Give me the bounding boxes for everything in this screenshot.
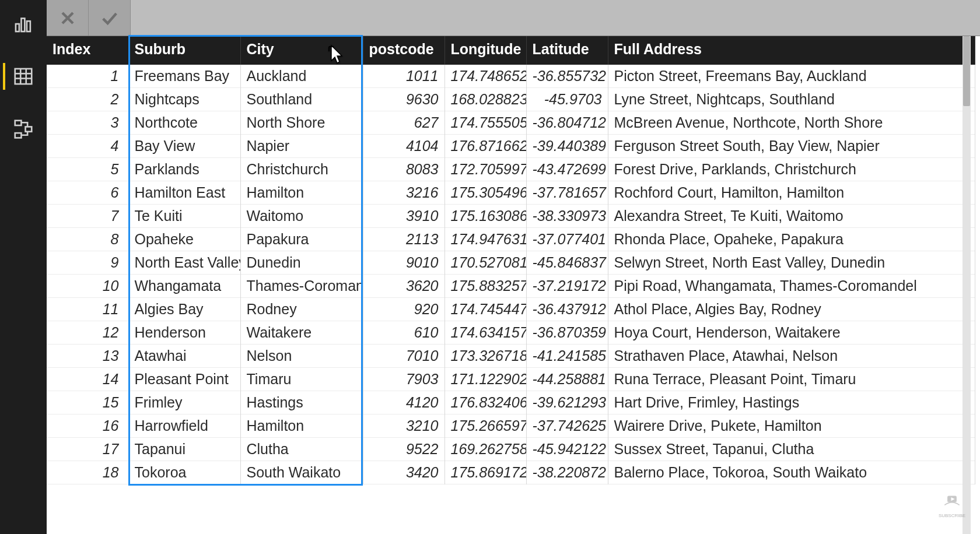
cell-suburb[interactable]: Atawhai xyxy=(128,345,240,368)
cell-lat[interactable]: -45.942122 xyxy=(526,438,608,461)
cell-city[interactable]: Hamilton xyxy=(240,414,363,438)
cell-suburb[interactable]: Northcote xyxy=(128,111,240,135)
cell-lat[interactable]: -36.870359 xyxy=(526,321,608,345)
cell-postcode[interactable]: 1011 xyxy=(363,65,444,88)
model-view-button[interactable] xyxy=(3,111,44,147)
cell-postcode[interactable]: 3216 xyxy=(363,181,444,205)
cell-lat[interactable]: -39.440389 xyxy=(526,135,608,158)
cell-lon[interactable]: 174.634157 xyxy=(444,321,526,345)
cell-lon[interactable]: 173.326718 xyxy=(444,345,526,368)
cell-address[interactable]: Selwyn Street, North East Valley, Dunedi… xyxy=(608,251,975,275)
table-row[interactable]: 15FrimleyHastings4120176.832406-39.62129… xyxy=(47,391,975,414)
cell-city[interactable]: Clutha xyxy=(240,438,363,461)
cell-index[interactable]: 11 xyxy=(47,298,128,321)
table-row[interactable]: 8OpahekePapakura2113174.947631-37.077401… xyxy=(47,228,975,251)
cell-index[interactable]: 6 xyxy=(47,181,128,205)
cell-address[interactable]: Picton Street, Freemans Bay, Auckland xyxy=(608,65,975,88)
cell-suburb[interactable]: Bay View xyxy=(128,135,240,158)
cell-suburb[interactable]: Henderson xyxy=(128,321,240,345)
cell-address[interactable]: Rhonda Place, Opaheke, Papakura xyxy=(608,228,975,251)
vertical-scrollbar[interactable] xyxy=(963,36,971,534)
table-row[interactable]: 4Bay ViewNapier4104176.871662-39.440389F… xyxy=(47,135,975,158)
column-header-lat[interactable]: Latitude xyxy=(526,36,608,65)
cell-lon[interactable]: 168.028823 xyxy=(444,88,526,111)
cell-index[interactable]: 2 xyxy=(47,88,128,111)
cell-postcode[interactable]: 627 xyxy=(363,111,444,135)
cell-suburb[interactable]: Tapanui xyxy=(128,438,240,461)
cell-index[interactable]: 16 xyxy=(47,414,128,438)
cell-lat[interactable]: -36.855732 xyxy=(526,65,608,88)
cell-lat[interactable]: -39.621293 xyxy=(526,391,608,414)
table-row[interactable]: 6Hamilton EastHamilton3216175.305496-37.… xyxy=(47,181,975,205)
cell-city[interactable]: Rodney xyxy=(240,298,363,321)
cell-index[interactable]: 8 xyxy=(47,228,128,251)
cell-postcode[interactable]: 610 xyxy=(363,321,444,345)
cell-postcode[interactable]: 9010 xyxy=(363,251,444,275)
cell-lat[interactable]: -37.219172 xyxy=(526,275,608,298)
cell-address[interactable]: Sussex Street, Tapanui, Clutha xyxy=(608,438,975,461)
cell-postcode[interactable]: 3910 xyxy=(363,205,444,228)
cell-suburb[interactable]: Freemans Bay xyxy=(128,65,240,88)
cell-address[interactable]: Hoya Court, Henderson, Waitakere xyxy=(608,321,975,345)
cell-address[interactable]: Forest Drive, Parklands, Christchurch xyxy=(608,158,975,181)
cell-lon[interactable]: 170.527081 xyxy=(444,251,526,275)
table-row[interactable]: 16HarrowfieldHamilton3210175.266597-37.7… xyxy=(47,414,975,438)
cell-index[interactable]: 3 xyxy=(47,111,128,135)
cell-suburb[interactable]: Frimley xyxy=(128,391,240,414)
cell-suburb[interactable]: Opaheke xyxy=(128,228,240,251)
cell-postcode[interactable]: 9630 xyxy=(363,88,444,111)
cell-index[interactable]: 7 xyxy=(47,205,128,228)
cell-lat[interactable]: -41.241585 xyxy=(526,345,608,368)
cell-lat[interactable]: -36.437912 xyxy=(526,298,608,321)
cell-postcode[interactable]: 7010 xyxy=(363,345,444,368)
cell-lon[interactable]: 174.755505 xyxy=(444,111,526,135)
cell-city[interactable]: Timaru xyxy=(240,368,363,391)
cell-address[interactable]: Strathaven Place, Atawhai, Nelson xyxy=(608,345,975,368)
cell-lon[interactable]: 174.947631 xyxy=(444,228,526,251)
cell-city[interactable]: Dunedin xyxy=(240,251,363,275)
cell-index[interactable]: 18 xyxy=(47,461,128,484)
column-header-lon[interactable]: Longitude xyxy=(444,36,526,65)
cell-lat[interactable]: -38.220872 xyxy=(526,461,608,484)
cell-lon[interactable]: 175.266597 xyxy=(444,414,526,438)
cell-index[interactable]: 4 xyxy=(47,135,128,158)
cell-lat[interactable]: -43.472699 xyxy=(526,158,608,181)
cell-suburb[interactable]: Pleasant Point xyxy=(128,368,240,391)
cell-city[interactable]: Southland xyxy=(240,88,363,111)
cell-city[interactable]: Napier xyxy=(240,135,363,158)
cell-address[interactable]: Ferguson Street South, Bay View, Napier xyxy=(608,135,975,158)
table-row[interactable]: 12HendersonWaitakere610174.634157-36.870… xyxy=(47,321,975,345)
cell-index[interactable]: 5 xyxy=(47,158,128,181)
cell-lat[interactable]: -44.258881 xyxy=(526,368,608,391)
table-row[interactable]: 9North East ValleyDunedin9010170.527081-… xyxy=(47,251,975,275)
cell-postcode[interactable]: 4104 xyxy=(363,135,444,158)
cell-city[interactable]: Hastings xyxy=(240,391,363,414)
scrollbar-thumb[interactable] xyxy=(963,36,970,106)
cell-postcode[interactable]: 920 xyxy=(363,298,444,321)
cell-suburb[interactable]: Algies Bay xyxy=(128,298,240,321)
cell-lon[interactable]: 169.262758 xyxy=(444,438,526,461)
cell-suburb[interactable]: Whangamata xyxy=(128,275,240,298)
cell-city[interactable]: Nelson xyxy=(240,345,363,368)
cell-postcode[interactable]: 3210 xyxy=(363,414,444,438)
cell-city[interactable]: Christchurch xyxy=(240,158,363,181)
cell-index[interactable]: 1 xyxy=(47,65,128,88)
cell-lat[interactable]: -37.781657 xyxy=(526,181,608,205)
column-header-suburb[interactable]: Suburb xyxy=(128,36,240,65)
cell-index[interactable]: 10 xyxy=(47,275,128,298)
cell-city[interactable]: South Waikato xyxy=(240,461,363,484)
cell-index[interactable]: 15 xyxy=(47,391,128,414)
cell-index[interactable]: 14 xyxy=(47,368,128,391)
report-view-button[interactable] xyxy=(3,6,44,42)
table-row[interactable]: 2NightcapsSouthland9630168.028823-45.970… xyxy=(47,88,975,111)
subscribe-watermark[interactable]: SUBSCRIBE xyxy=(935,496,970,526)
cell-lat[interactable]: -38.330973 xyxy=(526,205,608,228)
cell-lon[interactable]: 175.305496 xyxy=(444,181,526,205)
cell-city[interactable]: Waitakere xyxy=(240,321,363,345)
table-row[interactable]: 17TapanuiClutha9522169.262758-45.942122S… xyxy=(47,438,975,461)
cell-index[interactable]: 9 xyxy=(47,251,128,275)
cell-postcode[interactable]: 9522 xyxy=(363,438,444,461)
cell-postcode[interactable]: 8083 xyxy=(363,158,444,181)
cell-city[interactable]: Hamilton xyxy=(240,181,363,205)
formula-commit-button[interactable] xyxy=(89,0,131,36)
